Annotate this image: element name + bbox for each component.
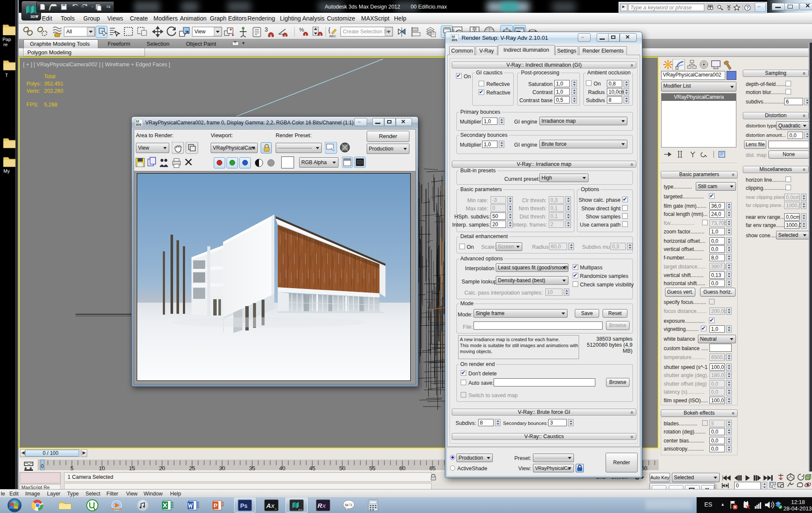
svg-text:View: View [194, 29, 206, 35]
svg-text:50: 50 [339, 465, 345, 472]
svg-text:P: P [214, 502, 218, 509]
svg-text:k: k [350, 503, 353, 507]
svg-text:ta: ta [345, 503, 348, 507]
svg-text:3DS: 3DS [136, 123, 142, 126]
svg-text:Ps: Ps [240, 502, 247, 509]
svg-text:R: R [318, 502, 322, 509]
svg-text:65: 65 [430, 465, 435, 472]
svg-text:R: R [275, 508, 277, 510]
svg-text:55: 55 [369, 465, 375, 472]
svg-text:Create Selection Se: Create Selection Se [343, 29, 390, 35]
svg-text:5: 5 [71, 465, 74, 472]
svg-text:20: 20 [159, 465, 165, 472]
svg-text:A: A [266, 502, 271, 509]
svg-text:3: 3 [265, 26, 268, 33]
svg-text:l: l [349, 503, 350, 507]
svg-text:30: 30 [219, 465, 225, 472]
svg-text:40: 40 [279, 465, 285, 472]
svg-text:25: 25 [189, 465, 195, 472]
svg-text:15: 15 [129, 465, 135, 472]
svg-text:10: 10 [99, 465, 105, 472]
svg-text:{: { [328, 26, 330, 33]
svg-text:x: x [322, 502, 326, 509]
svg-text:3DS: 3DS [298, 508, 303, 511]
svg-text:35: 35 [249, 465, 255, 472]
svg-text:%: % [299, 27, 304, 33]
svg-text:ABC: ABC [329, 34, 336, 38]
svg-text:x: x [271, 502, 275, 509]
svg-text:3DS: 3DS [452, 38, 458, 41]
svg-text:All: All [66, 29, 72, 35]
svg-text:45: 45 [309, 465, 315, 472]
svg-text:?: ? [746, 6, 749, 10]
svg-text:60: 60 [399, 465, 405, 472]
